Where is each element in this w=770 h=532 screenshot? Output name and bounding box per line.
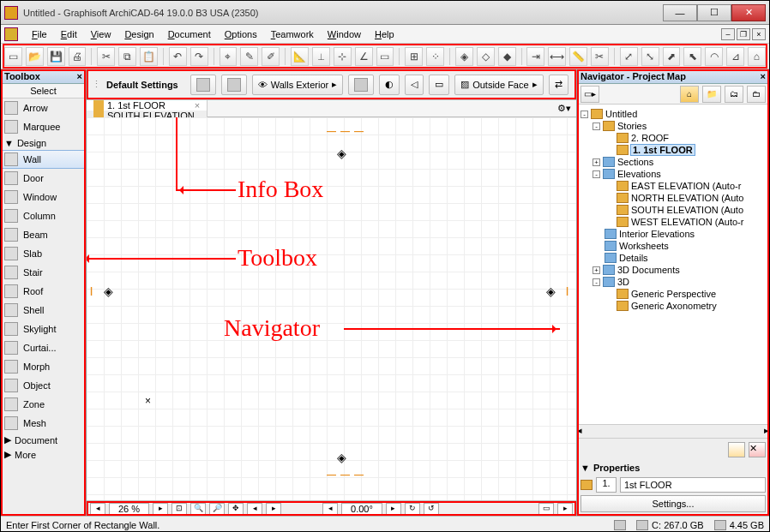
orbit2-icon[interactable]: ↺ <box>424 503 439 515</box>
expander-icon[interactable]: + <box>593 158 600 166</box>
mdi-minimize[interactable]: – <box>721 28 735 40</box>
tree-item[interactable]: +Sections <box>579 156 767 168</box>
prev-view-icon[interactable]: ◂ <box>247 503 262 515</box>
close-button[interactable]: ✕ <box>731 4 766 21</box>
delete-view-button[interactable]: ✕ <box>749 442 766 457</box>
pen-icon[interactable]: ✎ <box>240 47 258 66</box>
t2-icon[interactable]: ◇ <box>477 47 495 66</box>
tree-item[interactable]: Generic Perspective <box>579 288 767 300</box>
scroll-right-icon[interactable]: ▸ <box>153 503 168 515</box>
t6-icon[interactable]: ⬈ <box>663 47 681 66</box>
orbit-icon[interactable]: ↻ <box>405 503 420 515</box>
t8-icon[interactable]: ◠ <box>705 47 723 66</box>
angle-left-icon[interactable]: ◂ <box>322 503 338 515</box>
menu-file[interactable]: File <box>25 27 54 41</box>
tree-item[interactable]: +3D Documents <box>579 264 767 276</box>
tool-skylight[interactable]: Skylight <box>1 320 86 338</box>
nav-tab3-icon[interactable]: 🗂 <box>725 86 743 103</box>
tree-item[interactable]: -Elevations <box>579 168 767 180</box>
nav-hscroll[interactable]: ◂▸ <box>577 424 769 438</box>
menu-view[interactable]: View <box>84 27 118 41</box>
toolbox-close-icon[interactable]: × <box>77 71 82 81</box>
menu-help[interactable]: Help <box>368 27 401 41</box>
undo-icon[interactable]: ↶ <box>169 47 187 66</box>
nav-tab4-icon[interactable]: 🗀 <box>747 86 766 103</box>
layer-button[interactable] <box>221 75 247 95</box>
expander-more[interactable]: ▶More <box>1 447 86 462</box>
zoom-out-icon[interactable]: 🔎 <box>209 503 225 515</box>
open-icon[interactable]: 📂 <box>26 47 44 66</box>
expander-icon[interactable]: + <box>593 266 600 274</box>
pan-icon[interactable]: ✥ <box>228 503 244 515</box>
angle-field[interactable]: 0.00° <box>341 503 382 515</box>
tree-item[interactable]: Details <box>579 252 767 264</box>
align-icon[interactable]: ⇥ <box>526 47 544 66</box>
story-number-field[interactable]: 1. <box>596 477 617 493</box>
expander-icon[interactable]: - <box>593 278 600 286</box>
eyedrop-icon[interactable]: ✐ <box>262 47 280 66</box>
print-icon[interactable]: 🖨 <box>69 47 87 66</box>
snap4-icon[interactable]: ▭ <box>376 47 394 66</box>
snap3-icon[interactable]: ∠ <box>355 47 373 66</box>
t3-icon[interactable]: ◆ <box>498 47 516 66</box>
cut-icon[interactable]: ✂ <box>97 47 115 66</box>
tree-item[interactable]: Worksheets <box>579 240 767 252</box>
tool-arrow[interactable]: Arrow <box>1 99 86 117</box>
tree-item[interactable]: -Stories <box>579 120 767 132</box>
menu-document[interactable]: Document <box>161 27 218 41</box>
mdi-restore[interactable]: ❐ <box>737 28 750 40</box>
tree-item[interactable]: 1. 1st FLOOR <box>579 144 767 156</box>
tool-beam[interactable]: Beam <box>1 225 86 244</box>
tool-window[interactable]: Window <box>1 188 86 206</box>
paste-icon[interactable]: 📋 <box>140 47 158 66</box>
tree-item[interactable]: SOUTH ELEVATION (Auto <box>579 204 767 216</box>
tree-item[interactable]: NORTH ELEVATION (Auto <box>579 192 767 204</box>
refline-combo[interactable]: ▨Outside Face▸ <box>454 75 543 95</box>
zoom-fit-icon[interactable]: ⊡ <box>171 503 187 515</box>
scroll-left-icon[interactable]: ◂ <box>90 503 105 515</box>
tool-shell[interactable]: Shell <box>1 301 86 320</box>
cut2-icon[interactable]: ✂ <box>591 47 609 66</box>
expander-icon[interactable]: - <box>581 111 588 118</box>
menu-window[interactable]: Window <box>321 27 368 41</box>
design-expander[interactable]: ▼Design <box>1 136 86 150</box>
navigator-tree[interactable]: -Untitled-Stories2. ROOF1. 1st FLOOR+Sec… <box>577 105 769 424</box>
tree-item[interactable]: WEST ELEVATION (Auto-r <box>579 216 767 228</box>
angle-right-icon[interactable]: ▸ <box>386 503 401 515</box>
nav-tab1-icon[interactable]: ⌂ <box>680 86 699 103</box>
geom3-button[interactable]: ◁ <box>405 75 424 95</box>
page-icon[interactable]: ▸ <box>557 503 573 515</box>
tool-door[interactable]: Door <box>1 169 86 188</box>
tool-column[interactable]: Column <box>1 206 86 225</box>
menu-design[interactable]: Design <box>117 27 160 41</box>
tree-item[interactable]: Generic Axonometry <box>579 300 767 312</box>
flip-button[interactable]: ⇄ <box>549 75 568 95</box>
zoom-in-icon[interactable]: 🔍 <box>190 503 206 515</box>
grid2-icon[interactable]: ⁘ <box>426 47 444 66</box>
settings-button[interactable] <box>190 75 216 95</box>
mdi-close[interactable]: × <box>752 28 766 40</box>
maximize-button[interactable]: ☐ <box>697 4 731 21</box>
expander-icon[interactable]: - <box>593 170 600 178</box>
t5-icon[interactable]: ⤡ <box>641 47 659 66</box>
tab-0[interactable]: 1. 1st FLOOR× <box>87 100 208 111</box>
select-icon[interactable]: ⌖ <box>220 47 238 66</box>
tool-roof[interactable]: Roof <box>1 282 86 301</box>
tool-object[interactable]: Object <box>1 376 86 395</box>
new-icon[interactable]: ▭ <box>4 47 22 66</box>
redo-icon[interactable]: ↷ <box>190 47 208 66</box>
snap1-icon[interactable]: ⟂ <box>312 47 330 66</box>
menu-options[interactable]: Options <box>218 27 264 41</box>
next-view-icon[interactable]: ▸ <box>266 503 281 515</box>
canvas[interactable]: — — — ◈ | ◈ | ◈ — — — ◈ × Info Box Toolb… <box>87 117 576 500</box>
dim-icon[interactable]: ⟷ <box>548 47 566 66</box>
tree-item[interactable]: -Untitled <box>579 108 767 120</box>
settings-button[interactable]: Settings... <box>581 495 766 512</box>
layer-combo[interactable]: 👁Walls Exterior▸ <box>252 75 343 95</box>
copy-icon[interactable]: ⧉ <box>118 47 136 66</box>
expander-document[interactable]: ▶Document <box>1 433 86 447</box>
tree-item[interactable]: EAST ELEVATION (Auto-r <box>579 180 767 192</box>
tool-slab[interactable]: Slab <box>1 244 86 263</box>
tool-wall[interactable]: Wall <box>1 150 86 169</box>
geom2-button[interactable]: ◐ <box>379 75 400 95</box>
